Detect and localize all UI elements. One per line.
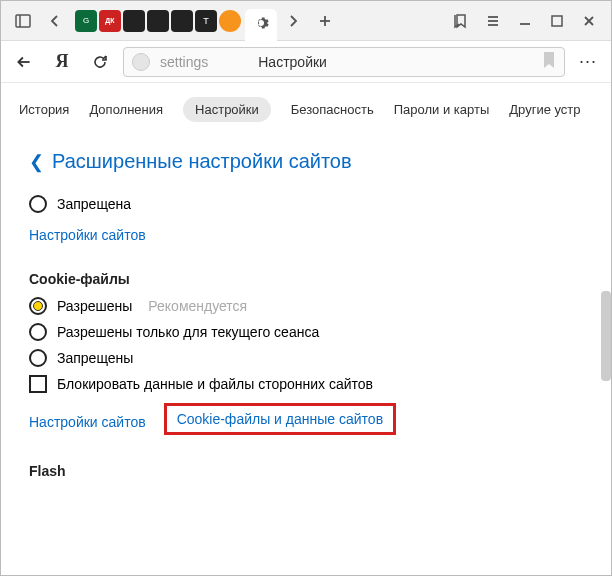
tab-history[interactable]: История [19,102,69,117]
more-menu-icon[interactable]: ··· [579,51,597,72]
settings-navtabs: История Дополнения Настройки Безопасност… [1,83,611,132]
cookie-links-row: Настройки сайтов Cookie-файлы и данные с… [29,403,583,435]
checkbox-label: Блокировать данные и файлы сторонних сай… [57,376,373,392]
sidebar-toggle-icon[interactable] [9,7,37,35]
tab-favicon[interactable] [147,10,169,32]
content-area: ❮ Расширенные настройки сайтов Запрещена… [1,132,611,576]
radio-cookies-blocked[interactable]: Запрещены [29,349,583,367]
tab-addons[interactable]: Дополнения [89,102,163,117]
tab-back-icon[interactable] [41,7,69,35]
reload-icon[interactable] [85,47,115,77]
tab-favicon[interactable] [219,10,241,32]
menu-icon[interactable] [479,7,507,35]
radio-label: Запрещены [57,350,133,366]
address-path: settings [160,54,208,70]
radio-label: Разрешены [57,298,132,314]
scrollbar[interactable] [601,291,611,381]
tab-favicon[interactable]: G [75,10,97,32]
radio-icon [29,297,47,315]
address-title: Настройки [258,54,327,70]
gear-icon [253,15,269,34]
radio-cookies-allowed[interactable]: Разрешены Рекомендуется [29,297,583,315]
svg-rect-0 [16,15,30,27]
cookies-section-title: Cookie-файлы [29,271,583,287]
tab-icons: G ДК T [75,10,241,32]
site-settings-link-2[interactable]: Настройки сайтов [29,414,146,430]
tab-settings[interactable]: Настройки [183,97,271,122]
radio-disabled[interactable]: Запрещена [29,195,583,213]
cookie-data-link[interactable]: Cookie-файлы и данные сайтов [177,411,383,427]
tab-forward-icon[interactable] [279,7,307,35]
flash-section-title: Flash [29,463,583,479]
address-box[interactable]: settings Настройки [123,47,565,77]
highlight-box: Cookie-файлы и данные сайтов [164,403,396,435]
back-link[interactable]: ❮ Расширенные настройки сайтов [29,150,583,173]
recommended-label: Рекомендуется [148,298,247,314]
radio-cookies-session[interactable]: Разрешены только для текущего сеанса [29,323,583,341]
radio-icon [29,349,47,367]
minimize-icon[interactable] [511,7,539,35]
active-tab[interactable] [245,9,277,41]
tab-favicon[interactable]: T [195,10,217,32]
tab-security[interactable]: Безопасность [291,102,374,117]
radio-icon [29,323,47,341]
nav-back-icon[interactable] [9,47,39,77]
site-settings-link[interactable]: Настройки сайтов [29,227,146,243]
titlebar: G ДК T [1,1,611,41]
radio-icon [29,195,47,213]
svg-rect-8 [552,16,562,26]
bookmark-icon[interactable] [542,51,556,72]
checkbox-block-third-party[interactable]: Блокировать данные и файлы сторонних сай… [29,375,583,393]
yandex-logo-icon[interactable]: Я [47,47,77,77]
tab-passwords[interactable]: Пароли и карты [394,102,490,117]
tab-favicon[interactable] [171,10,193,32]
tab-other-devices[interactable]: Другие устр [509,102,580,117]
new-tab-icon[interactable] [311,7,339,35]
radio-label: Разрешены только для текущего сеанса [57,324,319,340]
chevron-left-icon: ❮ [29,151,44,173]
addressbar-row: Я settings Настройки ··· [1,41,611,83]
close-icon[interactable] [575,7,603,35]
checkbox-icon [29,375,47,393]
bookmarks-icon[interactable] [447,7,475,35]
back-link-label: Расширенные настройки сайтов [52,150,352,173]
tab-favicon[interactable] [123,10,145,32]
radio-label: Запрещена [57,196,131,212]
tab-favicon[interactable]: ДК [99,10,121,32]
site-icon [132,53,150,71]
maximize-icon[interactable] [543,7,571,35]
